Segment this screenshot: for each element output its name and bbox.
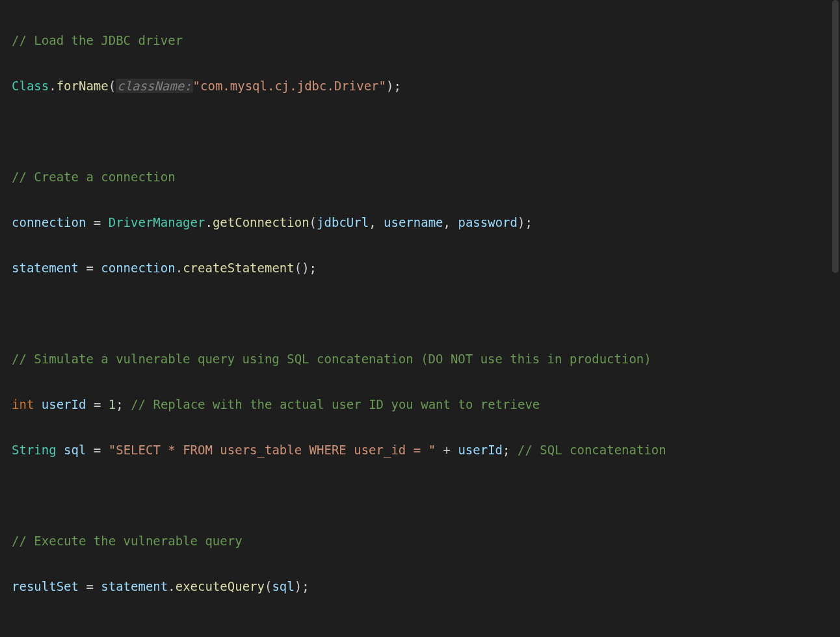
code-editor[interactable]: // Load the JDBC driver Class.forName(cl… (0, 0, 831, 637)
scrollbar-thumb[interactable] (832, 0, 839, 273)
variable: userId (42, 397, 86, 411)
comment: // Load the JDBC driver (12, 33, 183, 47)
param-hint: className: (116, 79, 192, 93)
variable: statement (12, 261, 79, 275)
code-line: Class.forName(className:"com.mysql.cj.jd… (12, 75, 819, 98)
variable: connection (12, 215, 86, 229)
comment: // SQL concatenation (518, 443, 666, 457)
method-call: forName (57, 79, 109, 93)
method-call: createStatement (183, 261, 295, 275)
variable: username (384, 215, 443, 229)
method-call: executeQuery (176, 579, 265, 593)
code-line: // Simulate a vulnerable query using SQL… (12, 348, 819, 370)
code-line: statement = connection.createStatement()… (12, 257, 819, 280)
string-literal: "com.mysql.cj.jdbc.Driver" (193, 79, 386, 93)
variable: password (458, 215, 518, 229)
variable: sql (272, 579, 294, 593)
keyword: int (12, 397, 34, 411)
comment: // Simulate a vulnerable query using SQL… (12, 352, 651, 366)
code-line: // Load the JDBC driver (12, 29, 819, 52)
blank-line (12, 484, 819, 507)
code-line: // Create a connection (12, 166, 819, 188)
variable: resultSet (12, 579, 79, 593)
method-call: getConnection (213, 215, 309, 229)
variable: jdbcUrl (317, 215, 369, 229)
comment: // Replace with the actual user ID you w… (131, 397, 540, 411)
variable: sql (64, 443, 86, 457)
comment: // Create a connection (12, 170, 176, 184)
code-line: // Execute the vulnerable query (12, 530, 819, 552)
blank-line (12, 302, 819, 325)
class-ref: Class (12, 79, 49, 93)
variable: statement (101, 579, 168, 593)
blank-line (12, 120, 819, 143)
code-line: connection = DriverManager.getConnection… (12, 211, 819, 234)
string-literal: "SELECT * FROM users_table WHERE user_id… (109, 443, 436, 457)
code-line: resultSet = statement.executeQuery(sql); (12, 575, 819, 598)
code-line: int userId = 1; // Replace with the actu… (12, 393, 819, 416)
vertical-scrollbar[interactable] (831, 0, 840, 637)
blank-line (12, 621, 819, 637)
variable: connection (101, 261, 175, 275)
number-literal: 1 (109, 397, 116, 411)
variable: userId (458, 443, 503, 457)
code-line: String sql = "SELECT * FROM users_table … (12, 439, 819, 462)
type-ref: String (12, 443, 57, 457)
class-ref: DriverManager (109, 215, 205, 229)
comment: // Execute the vulnerable query (12, 534, 243, 548)
